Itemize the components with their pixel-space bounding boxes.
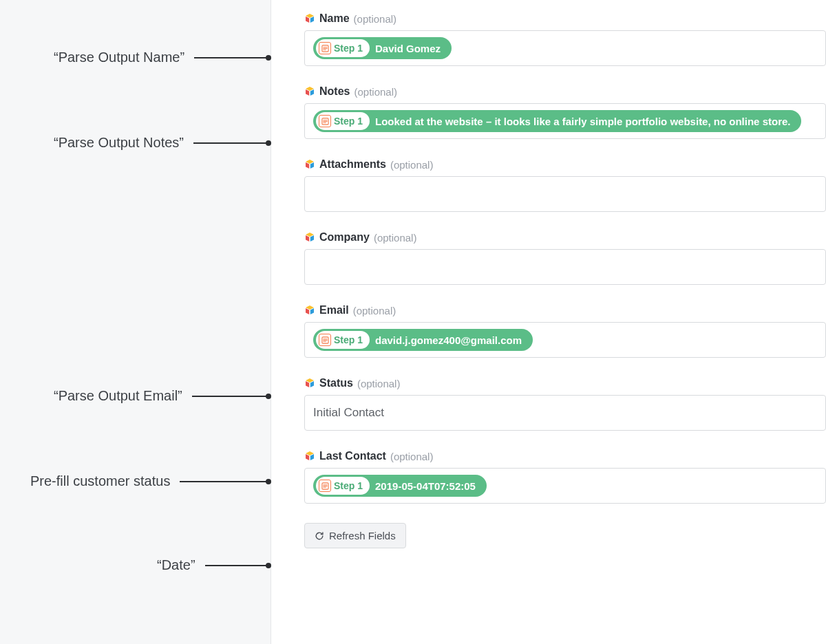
- field-optional: (optional): [390, 159, 434, 171]
- annotation-email: “Parse Output Email”: [54, 388, 271, 404]
- annotation-line: [193, 142, 271, 144]
- field-label-row: Company (optional): [304, 231, 826, 244]
- pill-head: Step 1: [316, 477, 370, 495]
- airtable-icon: [304, 305, 315, 316]
- annotation-status: Pre-fill customer status: [30, 473, 271, 489]
- annotation-date: “Date”: [157, 557, 271, 573]
- field-pill[interactable]: Step 1 david.j.gomez400@gmail.com: [313, 329, 533, 351]
- field-label-row: Email (optional): [304, 304, 826, 316]
- pill-head: Step 1: [316, 331, 370, 349]
- attachments-input[interactable]: [304, 176, 826, 212]
- field-email: Email (optional) Step 1 david.j.gomez400…: [304, 304, 826, 358]
- formatter-icon: [319, 42, 331, 54]
- annotation-notes-text: “Parse Output Notes”: [54, 135, 184, 151]
- refresh-icon: [315, 531, 324, 541]
- field-label-row: Attachments (optional): [304, 158, 826, 171]
- field-name: Name (optional) Step 1 David Gomez: [304, 12, 826, 66]
- annotation-notes: “Parse Output Notes”: [54, 135, 271, 151]
- pill-step: Step 1: [334, 43, 363, 54]
- field-pill[interactable]: Step 1 Looked at the website – it looks …: [313, 110, 801, 132]
- field-label-row: Last Contact (optional): [304, 450, 826, 462]
- status-input[interactable]: Initial Contact: [304, 395, 826, 431]
- field-label-row: Notes (optional): [304, 85, 826, 98]
- annotation-status-text: Pre-fill customer status: [30, 473, 170, 489]
- field-label: Company: [319, 231, 370, 244]
- annotation-line: [205, 565, 271, 566]
- pill-value: david.j.gomez400@gmail.com: [370, 334, 530, 346]
- airtable-icon: [304, 232, 315, 243]
- name-input[interactable]: Step 1 David Gomez: [304, 30, 826, 66]
- annotation-line: [194, 57, 271, 58]
- form-column: Name (optional) Step 1 David Gomez: [271, 0, 826, 644]
- field-label-row: Name (optional): [304, 12, 826, 25]
- field-optional: (optional): [390, 451, 434, 462]
- field-company: Company (optional): [304, 231, 826, 285]
- field-attachments: Attachments (optional): [304, 158, 826, 212]
- airtable-icon: [304, 13, 315, 24]
- field-last-contact: Last Contact (optional) Step 1 2019-05-0…: [304, 450, 826, 504]
- annotation-name-text: “Parse Output Name”: [54, 50, 184, 65]
- field-optional: (optional): [357, 378, 401, 389]
- last-contact-input[interactable]: Step 1 2019-05-04T07:52:05: [304, 468, 826, 504]
- field-label: Status: [319, 377, 353, 389]
- field-label: Email: [319, 304, 349, 316]
- pill-head: Step 1: [316, 112, 370, 130]
- annotation-column: “Parse Output Name” “Parse Output Notes”…: [0, 0, 271, 644]
- refresh-fields-button[interactable]: Refresh Fields: [304, 523, 406, 548]
- annotation-email-text: “Parse Output Email”: [54, 388, 182, 404]
- pill-step: Step 1: [334, 334, 363, 345]
- field-optional: (optional): [353, 305, 396, 316]
- pill-head: Step 1: [316, 39, 370, 57]
- annotation-date-text: “Date”: [157, 557, 195, 573]
- airtable-icon: [304, 159, 315, 170]
- field-label-row: Status (optional): [304, 377, 826, 389]
- annotation-line: [180, 481, 271, 482]
- airtable-icon: [304, 86, 315, 97]
- field-pill[interactable]: Step 1 David Gomez: [313, 37, 452, 59]
- formatter-icon: [319, 115, 331, 127]
- field-status: Status (optional) Initial Contact: [304, 377, 826, 431]
- email-input[interactable]: Step 1 david.j.gomez400@gmail.com: [304, 322, 826, 358]
- field-label: Notes: [319, 85, 350, 98]
- airtable-icon: [304, 378, 315, 389]
- formatter-icon: [319, 480, 331, 492]
- notes-input[interactable]: Step 1 Looked at the website – it looks …: [304, 103, 826, 139]
- pill-step: Step 1: [334, 116, 363, 127]
- annotation-line: [192, 396, 271, 397]
- field-label: Attachments: [319, 158, 386, 171]
- pill-value: David Gomez: [370, 43, 449, 54]
- field-optional: (optional): [354, 86, 397, 98]
- airtable-icon: [304, 451, 315, 462]
- pill-value: Looked at the website – it looks like a …: [370, 116, 798, 127]
- field-label: Name: [319, 12, 350, 25]
- formatter-icon: [319, 334, 331, 346]
- field-notes: Notes (optional) Step 1 Looked at the we…: [304, 85, 826, 139]
- field-label: Last Contact: [319, 450, 386, 462]
- company-input[interactable]: [304, 249, 826, 285]
- refresh-label: Refresh Fields: [329, 530, 396, 541]
- pill-value: 2019-05-04T07:52:05: [370, 480, 484, 492]
- field-pill[interactable]: Step 1 2019-05-04T07:52:05: [313, 475, 487, 497]
- field-optional: (optional): [354, 13, 397, 25]
- field-optional: (optional): [374, 232, 417, 244]
- status-value: Initial Contact: [313, 403, 384, 422]
- pill-step: Step 1: [334, 480, 363, 491]
- annotation-name: “Parse Output Name”: [54, 50, 271, 65]
